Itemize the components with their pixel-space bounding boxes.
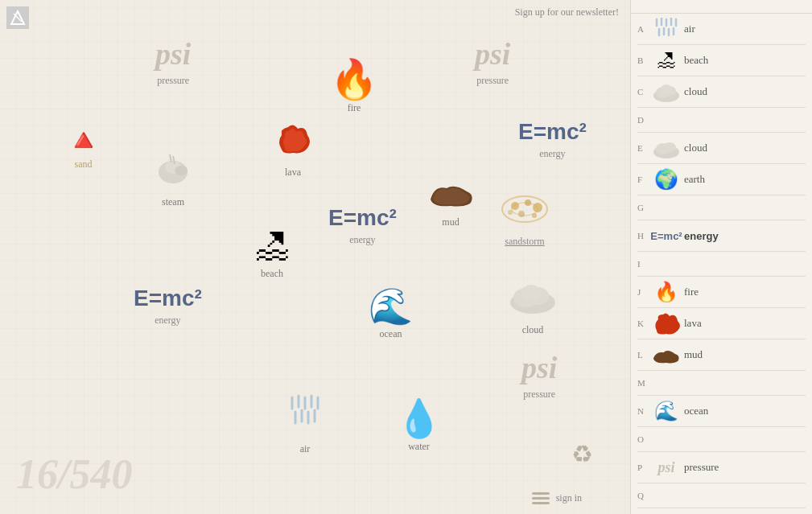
menu-icon[interactable] [532,492,550,504]
sidebar-letter-n: N [637,406,649,416]
sidebar-letter-g: G [637,203,649,212]
element-lava[interactable]: lava [274,119,312,179]
emc2-sublabel-2: energy [539,148,565,160]
air-icon [286,394,324,440]
sidebar-energy-icon: E=mc² [652,224,681,248]
water-icon: 💧 [396,401,442,438]
sidebar-ocean-label: ocean [684,405,708,417]
sidebar-ocean-icon: 🌊 [652,399,681,423]
ocean-icon: 🌊 [369,290,413,325]
psi-icon-1: psi [155,36,191,72]
steam-label: steam [162,196,184,208]
sidebar-letter-i: I [637,259,649,269]
sidebar-item-beach[interactable]: 🏖 beach [649,47,711,74]
element-sand[interactable]: 🔺 sand [64,125,102,171]
sidebar-fire-label: fire [684,286,699,298]
sidebar-letter-l: L [637,350,649,360]
element-psi-2[interactable]: psi pressure [475,36,510,87]
element-beach[interactable]: 🏖 beach [254,229,290,280]
sidebar-letter-q: Q [637,491,649,500]
sidebar-letter-j: J [637,287,649,297]
sidebar-cloud-icon [652,80,681,104]
mud-label: mud [442,216,459,228]
sidebar-item-energy[interactable]: E=mc² energy [649,222,722,249]
element-steam[interactable]: steam [155,153,191,208]
sidebar-item-pressure[interactable]: psi pressure [649,454,722,481]
element-psi-1[interactable]: psi pressure [155,36,191,87]
sidebar-earth-label: earth [684,173,705,186]
psi-sublabel-3: pressure [523,389,555,401]
page-counter: 16/540 [16,450,132,498]
sidebar-lava-icon [652,311,681,335]
sidebar-row-m: M [631,371,812,395]
emc2-sublabel-1: energy [349,234,375,246]
element-psi-3[interactable]: psi pressure [521,350,557,401]
sidebar-row-b: B 🏖 beach [631,45,812,76]
sidebar-letter-o: O [637,434,649,444]
sidebar-row-f: F 🌍 earth [631,164,812,195]
emc2-sublabel-3: energy [155,315,180,327]
sidebar-item-sand[interactable]: ⛰ sand [649,510,707,514]
sidebar-header [631,0,812,14]
sidebar-item-ocean[interactable]: 🌊 ocean [649,397,711,425]
air-label: air [300,443,311,455]
sandstorm-label[interactable]: sandstorm [505,236,544,248]
sidebar-letter-m: M [637,378,649,388]
beach-icon: 🏖 [254,229,290,265]
element-ocean[interactable]: 🌊 ocean [369,290,413,340]
sandstorm-icon [499,191,550,232]
element-mud[interactable]: mud [427,177,475,228]
sidebar-lava-label: lava [684,317,702,330]
sidebar-letter-f: F [637,175,649,184]
element-water[interactable]: 💧 water [396,401,442,453]
sidebar-item-cloud2[interactable]: cloud [649,134,711,162]
sidebar-item-fire[interactable]: 🔥 fire [649,278,702,306]
sidebar-item-mud[interactable]: mud [649,341,706,368]
sidebar-pressure-label: pressure [684,461,719,474]
sidebar-row-o: O [631,427,812,451]
sidebar-row-n: N 🌊 ocean [631,396,812,426]
psi-icon-2: psi [475,36,510,72]
element-fire[interactable]: 🔥 fire [330,60,378,114]
mud-icon [427,177,475,213]
element-energy-2[interactable]: E=mc² energy [518,119,587,160]
sidebar-air-icon [652,17,681,41]
sidebar-item-earth[interactable]: 🌍 earth [649,166,708,193]
svg-point-20 [518,211,525,217]
sidebar-pressure-icon: psi [652,455,681,479]
recycle-icon: ♻ [571,442,593,467]
ocean-label: ocean [380,328,402,340]
element-cloud[interactable]: cloud [507,280,559,336]
canvas: psi pressure 🔺 sand steam 🔥 fire [0,0,630,514]
cloud-icon [507,280,559,321]
sidebar-item-air[interactable]: air [649,15,699,43]
sidebar-item-lava[interactable]: lava [649,310,705,337]
psi-icon-3: psi [521,350,557,385]
cloud-label: cloud [522,324,544,336]
sidebar-cloud-label: cloud [684,85,707,98]
sidebar-row-c: C cloud [631,76,812,107]
emc2-icon-3: E=mc² [134,286,202,311]
sidebar-row-g: G [631,195,812,220]
sidebar-cloud2-icon [652,136,681,160]
element-recycle[interactable]: ♻ [571,442,593,467]
sidebar: A air [630,0,812,514]
emc2-icon-1: E=mc² [328,205,397,231]
sidebar-alpha: A air [631,14,812,514]
sidebar-air-label: air [684,23,695,35]
sidebar-row-k: K lava [631,308,812,339]
sign-in-link[interactable]: sign in [556,492,582,504]
sidebar-letter-p: P [637,463,649,472]
sidebar-row-d: D [631,108,812,132]
element-energy-1[interactable]: E=mc² energy [328,205,397,246]
beach-label: beach [261,268,283,280]
lava-label: lava [285,167,301,179]
element-energy-3[interactable]: E=mc² energy [134,286,202,327]
element-sandstorm[interactable]: sandstorm [499,191,550,248]
svg-point-40 [661,84,672,94]
svg-point-4 [175,166,188,175]
sidebar-row-h: H E=mc² energy [631,220,812,251]
sidebar-item-cloud[interactable]: cloud [649,78,711,105]
element-air[interactable]: air [286,394,324,455]
sidebar-mud-icon [652,343,681,367]
